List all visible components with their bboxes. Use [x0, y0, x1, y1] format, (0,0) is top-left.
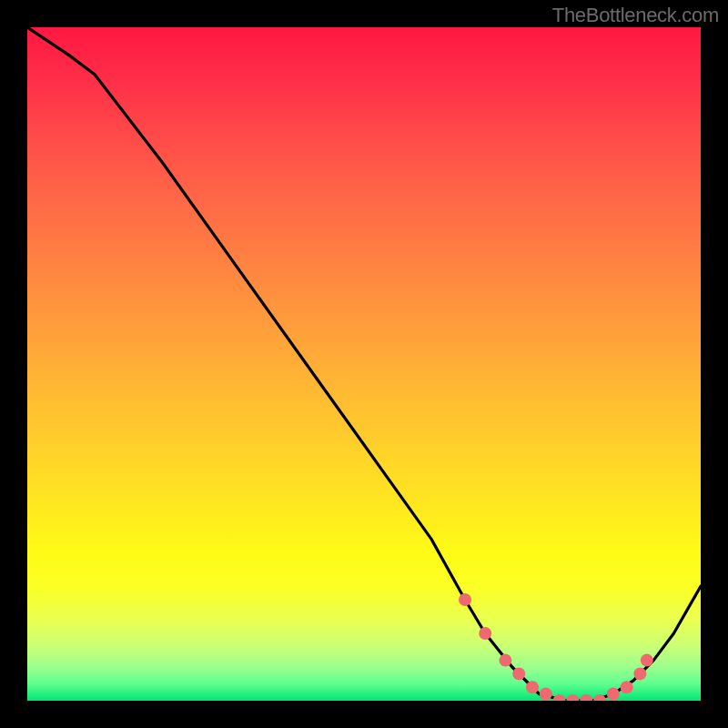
marker-group	[459, 593, 653, 701]
marker-dot	[526, 681, 539, 693]
marker-dot	[593, 694, 606, 701]
marker-dot	[607, 688, 620, 701]
marker-dot	[540, 688, 552, 701]
watermark-text: TheBottleneck.com	[552, 4, 719, 27]
bottleneck-chart	[27, 27, 701, 701]
marker-dot	[512, 667, 525, 680]
marker-dot	[553, 694, 566, 701]
plot-area	[27, 27, 701, 701]
marker-dot	[459, 593, 471, 606]
marker-dot	[633, 667, 646, 680]
curve-path	[27, 27, 701, 701]
marker-dot	[641, 654, 653, 667]
marker-dot	[479, 627, 491, 640]
marker-dot	[566, 694, 579, 701]
marker-dot	[499, 654, 511, 667]
marker-dot	[580, 694, 592, 701]
marker-dot	[621, 681, 633, 693]
